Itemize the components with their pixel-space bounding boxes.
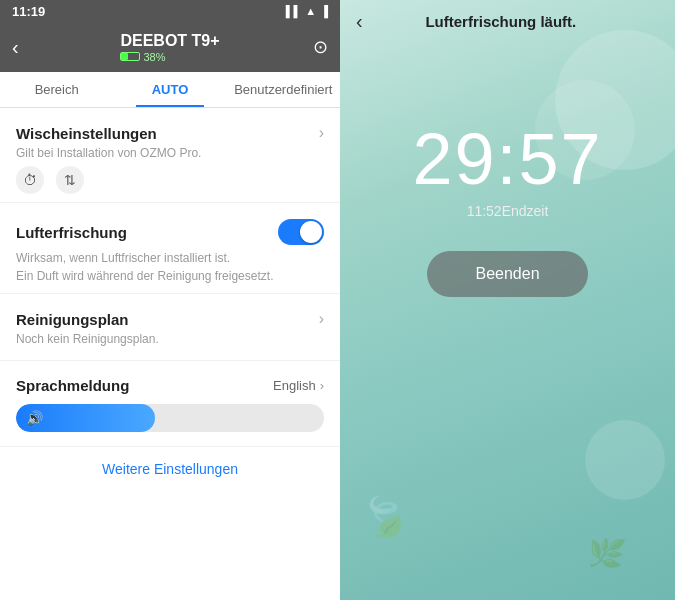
signal-icon: ▌▌	[286, 5, 302, 17]
wisch-icon-2[interactable]: ⇅	[56, 166, 84, 194]
battery-percent: 38%	[143, 51, 165, 63]
right-panel: 🍃 🌿 ‹ Lufterfrischung läuft. 29:57 11:52…	[340, 0, 675, 600]
volume-slider[interactable]: 🔊	[16, 404, 324, 436]
battery-indicator: 38%	[120, 51, 219, 63]
tab-benutzerdefiniert[interactable]: Benutzerdefiniert	[227, 72, 340, 107]
sprach-header: Sprachmeldung English ›	[16, 377, 324, 394]
battery-icon: ▐	[320, 5, 328, 17]
content-area: Wischeinstellungen › Gilt bei Installati…	[0, 108, 340, 600]
sprach-section: Sprachmeldung English › 🔊	[0, 361, 340, 447]
sprach-right[interactable]: English ›	[273, 378, 324, 393]
timer-endzeit: 11:52Endzeit	[412, 203, 602, 219]
reinigung-section: Reinigungsplan › Noch kein Reinigungspla…	[0, 294, 340, 361]
wisch-desc: Gilt bei Installation von OZMO Pro.	[16, 146, 324, 160]
luft-desc-1: Wirksam, wenn Luftfrischer installiert i…	[16, 249, 324, 285]
reinigung-header: Reinigungsplan ›	[16, 310, 324, 328]
reinigung-title: Reinigungsplan	[16, 311, 129, 328]
status-time: 11:19	[12, 4, 45, 19]
endzeit-time: 11:52	[467, 203, 502, 219]
luft-title: Lufterfrischung	[16, 224, 127, 241]
right-back-button[interactable]: ‹	[356, 10, 363, 33]
left-panel: 11:19 ▌▌ ▲ ▐ ‹ DEEBOT T9+ 38% ⊙ Bereich …	[0, 0, 340, 600]
slider-track: 🔊	[16, 404, 324, 432]
right-title: Lufterfrischung läuft.	[363, 13, 639, 30]
back-button[interactable]: ‹	[12, 36, 19, 59]
deco-leaf-1: 🍃	[353, 486, 416, 547]
wisch-section: Wischeinstellungen › Gilt bei Installati…	[0, 108, 340, 203]
settings-icon[interactable]: ⊙	[313, 36, 328, 58]
device-name: DEEBOT T9+	[120, 31, 219, 50]
sprach-chevron: ›	[320, 378, 324, 393]
wisch-title: Wischeinstellungen	[16, 125, 157, 142]
reinigung-desc: Noch kein Reinigungsplan.	[16, 332, 324, 346]
endzeit-label: Endzeit	[502, 203, 549, 219]
further-settings-link[interactable]: Weitere Einstellungen	[0, 447, 340, 491]
wifi-icon: ▲	[305, 5, 316, 17]
tab-bereich[interactable]: Bereich	[0, 72, 113, 107]
luft-section: Lufterfrischung Wirksam, wenn Luftfrisch…	[0, 203, 340, 294]
slider-fill: 🔊	[16, 404, 155, 432]
deco-leaf-2: 🌿	[585, 532, 628, 573]
reinigung-chevron[interactable]: ›	[319, 310, 324, 328]
tab-auto[interactable]: AUTO	[113, 72, 226, 107]
luft-header: Lufterfrischung	[16, 219, 324, 245]
wisch-icon-1[interactable]: ⏱	[16, 166, 44, 194]
wisch-icons: ⏱ ⇅	[16, 166, 324, 194]
sprach-title: Sprachmeldung	[16, 377, 129, 394]
tabs-bar: Bereich AUTO Benutzerdefiniert	[0, 72, 340, 108]
deco-circle-3	[585, 420, 665, 500]
wisch-header: Wischeinstellungen ›	[16, 124, 324, 142]
header-title-group: DEEBOT T9+ 38%	[120, 31, 219, 62]
luft-toggle[interactable]	[278, 219, 324, 245]
deco-circle-2	[535, 80, 635, 180]
beenden-button[interactable]: Beenden	[427, 251, 587, 297]
app-header: ‹ DEEBOT T9+ 38% ⊙	[0, 22, 340, 72]
status-bar: 11:19 ▌▌ ▲ ▐	[0, 0, 340, 22]
wisch-chevron[interactable]: ›	[319, 124, 324, 142]
toggle-knob	[300, 221, 322, 243]
sprach-lang: English	[273, 378, 316, 393]
volume-icon: 🔊	[26, 410, 43, 426]
status-icons: ▌▌ ▲ ▐	[286, 5, 328, 17]
